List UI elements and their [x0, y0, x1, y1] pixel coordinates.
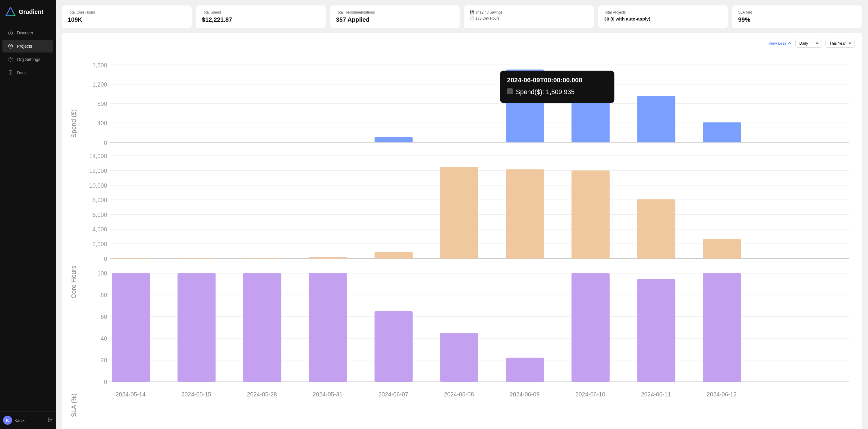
sidebar: Gradient Discover Projects Org Settings …	[0, 0, 56, 429]
sla-bar-0515	[178, 273, 216, 382]
core-ylabel-12000: 12,000	[89, 167, 107, 174]
xlabel-0515: 2024-05-15	[181, 391, 211, 398]
spend-ylabel-1600: 1,600	[93, 62, 107, 68]
view-less-label: View Less	[769, 41, 786, 46]
sidebar-item-projects-label: Projects	[17, 44, 32, 49]
dev-hours-clock-icon: 🕐	[470, 16, 474, 21]
core-ylabel-10000: 10,000	[89, 182, 107, 189]
savings-disk-icon: 💾	[470, 10, 474, 15]
stat-card-projects: Total Projects 30 (0 with auto-apply)	[598, 5, 728, 28]
spend-ylabel-400: 400	[97, 120, 107, 126]
spend-tooltip: 2024-06-09T00:00:00.000 Spend($): 1,509.…	[500, 70, 614, 103]
sidebar-item-discover-label: Discover	[17, 30, 33, 35]
xlabel-0608: 2024-06-08	[444, 391, 474, 398]
sla-ylabel-100: 100	[97, 270, 107, 277]
charts-wrapper: Spend ($) 1,600 1,200 800 400 0	[69, 53, 855, 429]
spend-ylabel-800: 800	[97, 101, 107, 107]
core-y-label: Core Hours	[70, 265, 78, 298]
sidebar-footer: K Kartik	[0, 411, 56, 429]
sidebar-nav: Discover Projects Org Settings Docs	[0, 24, 56, 411]
core-ylabel-14000: 14,000	[89, 153, 107, 159]
stat-savings-label: 💾 $412.48 Savings	[470, 10, 588, 15]
stat-spend-value: $12,221.87	[202, 16, 320, 23]
xlabel-0531: 2024-05-31	[313, 391, 342, 398]
sla-ylabel-0: 0	[104, 379, 107, 385]
sidebar-item-discover[interactable]: Discover	[2, 27, 53, 39]
spend-ylabel-0: 0	[104, 139, 107, 146]
sla-ylabel-60: 60	[101, 313, 107, 320]
core-bar-0515	[178, 258, 216, 259]
stat-spend-label: Total Spend	[202, 10, 320, 15]
sla-bar-0610	[571, 273, 610, 382]
sla-bar-0528	[243, 273, 281, 382]
svg-marker-0	[6, 7, 15, 16]
stat-card-core-hours: Total Core Hours 109K	[62, 5, 192, 28]
svg-point-4	[10, 46, 11, 47]
sidebar-item-projects[interactable]: Projects	[2, 40, 53, 53]
avatar: K	[3, 416, 12, 425]
core-bar-0609	[506, 169, 544, 259]
charts-svg: Spend ($) 1,600 1,200 800 400 0	[69, 53, 855, 429]
stat-card-recommendations: Total Recommendations 357 Applied	[330, 5, 460, 28]
xlabel-0610: 2024-06-10	[575, 391, 606, 398]
svg-point-1	[8, 31, 13, 35]
user-name: Kartik	[14, 418, 24, 423]
xlabel-0612: 2024-06-12	[707, 391, 737, 398]
sidebar-item-docs-label: Docs	[17, 70, 27, 75]
sla-bar-0609	[506, 358, 544, 382]
core-ylabel-2000: 2,000	[93, 241, 107, 248]
sla-ylabel-80: 80	[101, 292, 107, 298]
stat-core-hours-label: Total Core Hours	[68, 10, 186, 15]
sla-y-label: SLA (%)	[70, 393, 78, 417]
sla-ylabel-20: 20	[101, 357, 107, 364]
core-ylabel-4000: 4,000	[93, 226, 107, 233]
sla-bar-0531	[309, 273, 347, 382]
sla-bar-0514	[112, 273, 150, 382]
sla-ylabel-40: 40	[101, 335, 107, 342]
stat-projects-value: 30 (0 with auto-apply)	[604, 16, 722, 22]
stat-rec-value: 357 Applied	[336, 16, 454, 23]
discover-icon	[8, 30, 13, 36]
core-ylabel-0: 0	[104, 256, 107, 262]
main-content: Total Core Hours 109K Total Spend $12,22…	[56, 0, 868, 429]
stat-sla-label: SLA Met	[738, 10, 856, 15]
xlabel-0607: 2024-06-07	[378, 391, 408, 398]
logo-area: Gradient	[0, 0, 56, 24]
sidebar-item-org-settings[interactable]: Org Settings	[2, 53, 53, 66]
core-bar-0608	[440, 167, 478, 259]
daily-dropdown[interactable]: Daily Weekly Monthly	[795, 39, 822, 48]
core-ylabel-8000: 8,000	[93, 197, 107, 203]
stat-sla-value: 99%	[738, 16, 856, 23]
core-bar-0612	[703, 239, 741, 259]
tooltip-date: 2024-06-09T00:00:00.000	[507, 77, 582, 84]
spend-ylabel-1200: 1,200	[93, 81, 107, 88]
stat-rec-label: Total Recommendations	[336, 10, 454, 15]
stat-core-hours-value: 109K	[68, 16, 186, 23]
core-bar-0528	[243, 258, 281, 259]
spend-bar-0612	[703, 122, 741, 142]
core-bar-0607	[375, 252, 412, 259]
this-year-dropdown[interactable]: This Year Last Year	[826, 39, 855, 48]
core-bar-0610	[571, 170, 610, 259]
stat-card-sla: SLA Met 99%	[732, 5, 862, 28]
xlabel-0611: 2024-06-11	[641, 391, 671, 398]
user-area: K Kartik	[3, 416, 24, 425]
stat-savings-sub: 🕐 178 Dev Hours	[470, 16, 588, 21]
stat-card-savings: 💾 $412.48 Savings 🕐 178 Dev Hours	[464, 5, 594, 28]
core-bar-0611	[637, 199, 675, 258]
tooltip-value: Spend($): 1,509.935	[516, 88, 575, 96]
core-bar-0514	[112, 258, 150, 259]
xlabel-0609: 2024-06-09	[510, 391, 539, 398]
stat-card-spend: Total Spend $12,221.87	[196, 5, 326, 28]
gradient-logo-icon	[5, 7, 16, 17]
core-ylabel-6000: 6,000	[93, 211, 107, 218]
xlabel-0528: 2024-05-28	[247, 391, 277, 398]
view-less-button[interactable]: View Less	[769, 41, 792, 46]
chevron-up-icon	[787, 41, 792, 46]
sla-bar-0612	[703, 273, 741, 382]
stats-row: Total Core Hours 109K Total Spend $12,22…	[62, 5, 862, 28]
core-bar-0531	[309, 257, 347, 259]
sidebar-item-docs[interactable]: Docs	[2, 66, 53, 79]
logout-button[interactable]	[48, 417, 53, 423]
tooltip-swatch	[507, 88, 513, 94]
